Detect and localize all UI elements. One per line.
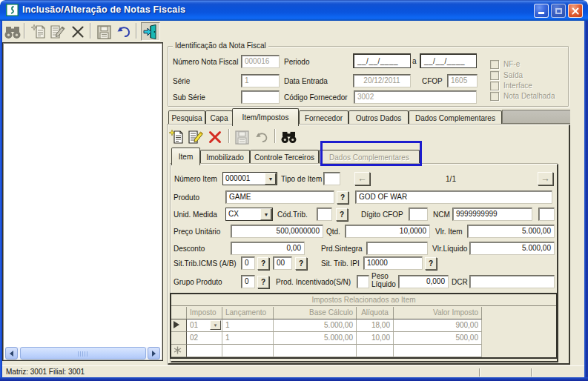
edit-button[interactable] (49, 23, 67, 41)
grid-cell-imposto[interactable]: 01 ▼ (187, 319, 222, 332)
scroll-left-button[interactable] (5, 347, 18, 360)
tab-pesquisa[interactable]: Pesquisa (168, 110, 205, 125)
produto-code-field[interactable]: GAME (225, 190, 334, 204)
new-button[interactable] (30, 23, 47, 41)
grid-cell-empty[interactable] (394, 345, 482, 357)
delete-button[interactable] (69, 23, 87, 41)
maximize-button[interactable] (551, 4, 566, 18)
nfe-checkbox[interactable] (490, 60, 499, 69)
find-button[interactable] (4, 23, 22, 41)
sit-icms-a-lookup-button[interactable]: ? (257, 257, 269, 270)
sit-icms-b-field[interactable]: 00 (273, 256, 292, 270)
grid-cell-aliquota[interactable]: 10,00 (357, 332, 394, 345)
save-button[interactable] (95, 23, 113, 41)
grid-cell-imposto[interactable]: 02 (187, 332, 222, 345)
data-entrada-field[interactable]: 20/12/2011 (353, 74, 411, 87)
nota-detalhada-label: Nota Detalhada (503, 92, 555, 100)
produto-desc-field[interactable]: GOD OF WAR (355, 190, 552, 204)
nota-detalhada-checkbox[interactable] (490, 92, 499, 101)
grupo-produto-field[interactable]: 0 (241, 275, 255, 288)
tab-capa[interactable]: Capa (205, 110, 233, 125)
minimize-button[interactable] (534, 4, 549, 18)
grid-cell-base-calculo[interactable]: 5.000,00 (274, 332, 357, 345)
grid-cell-aliquota[interactable]: 18,00 (357, 319, 394, 332)
codigo-fornecedor-field[interactable]: 3002 (354, 90, 477, 104)
item-delete-button[interactable] (207, 128, 223, 146)
grid-header-base-calculo[interactable]: Base Cálculo (274, 307, 357, 319)
cod-trib-field[interactable] (317, 208, 332, 221)
tab-outros-dados[interactable]: Outros Dados (348, 110, 409, 125)
grid-header-lancamento[interactable]: Lançamento (222, 307, 274, 319)
scrollbar-thumb[interactable] (20, 347, 146, 360)
sit-ipi-field[interactable]: 10000 (363, 256, 423, 270)
cfop-field[interactable]: 1605 (447, 74, 478, 87)
serie-field[interactable]: 1 (241, 74, 280, 87)
item-undo-button[interactable] (254, 128, 270, 146)
saida-checkbox[interactable] (490, 71, 499, 80)
grid-cell-empty[interactable] (274, 345, 357, 357)
grupo-produto-lookup-button[interactable]: ? (257, 276, 269, 288)
grid-row-selector[interactable] (171, 332, 187, 345)
numero-item-dropdown-button[interactable]: ▼ (265, 173, 277, 185)
item-edit-button[interactable] (187, 128, 205, 146)
grid-header-valor-imposto[interactable]: Valor Imposto (394, 307, 482, 319)
tab-imobilizado[interactable]: Imobilizado (200, 150, 250, 165)
periodo-to-field[interactable]: __/__/____ (420, 53, 477, 68)
grid-cell-empty[interactable] (187, 345, 222, 357)
ncm-field[interactable]: 9999999999 (452, 208, 532, 221)
sub-serie-field[interactable] (241, 90, 280, 104)
produto-lookup-button[interactable]: ? (337, 191, 348, 204)
grid-cell-lancamento[interactable]: 1 (222, 319, 274, 332)
desconto-field[interactable]: 0,00 (231, 242, 305, 255)
periodo-from-field[interactable]: __/__/____ (353, 53, 411, 68)
interface-checkbox[interactable] (490, 82, 499, 90)
digito-cfop-field[interactable] (409, 208, 428, 221)
unid-medida-dropdown-button[interactable]: ▼ (260, 208, 272, 220)
vlr-item-field[interactable]: 5.000,00 (467, 225, 555, 238)
cod-trib-lookup-button[interactable]: ? (336, 208, 348, 221)
tab-item[interactable]: Item (171, 148, 200, 165)
item-save-button[interactable] (234, 128, 250, 146)
grid-cell-valor-imposto[interactable]: 500,00 (394, 332, 482, 345)
grid-cell-base-calculo[interactable]: 5.000,00 (274, 319, 357, 332)
grid-cell-empty[interactable] (222, 345, 274, 357)
item-new-button[interactable] (168, 128, 185, 146)
prd-sintegra-field[interactable] (366, 242, 428, 255)
grid-header-aliquota[interactable]: Alíquota (357, 307, 394, 319)
grid-cell-valor-imposto[interactable]: 900,00 (394, 319, 482, 332)
tab-fornecedor[interactable]: Fornecedor (299, 110, 348, 125)
item-find-button[interactable] (280, 128, 297, 146)
tab-item-impostos[interactable]: Item/Impostos (232, 108, 299, 126)
grid-cell-lancamento[interactable]: 1 (222, 332, 274, 345)
dcr-field[interactable] (469, 275, 555, 288)
tipo-item-field[interactable] (323, 172, 340, 185)
imposto-dropdown-button[interactable]: ▼ (210, 320, 221, 330)
peso-liquido-field[interactable]: 0,000 (398, 275, 449, 288)
exit-button[interactable] (141, 22, 160, 41)
sit-icms-a-field[interactable]: 0 (241, 256, 255, 270)
previous-item-button[interactable]: ← (354, 172, 370, 185)
numero-nota-fiscal-field[interactable]: 000016 (241, 55, 280, 68)
scroll-right-button[interactable] (148, 347, 160, 360)
tab-controle-terceiros[interactable]: Controle Terceiros (250, 150, 319, 165)
ncm-extra-field[interactable] (538, 208, 555, 221)
title-bar[interactable]: Inclusão/Alteração de Notas Fiscais (0, 0, 588, 21)
preco-unitario-field[interactable]: 500,0000000 (231, 225, 323, 238)
sit-ipi-lookup-button[interactable]: ? (425, 257, 437, 270)
numero-item-combo[interactable]: 000001 ▼ (222, 172, 277, 185)
next-item-button[interactable]: → (538, 172, 553, 185)
grid-new-row-selector[interactable] (171, 345, 187, 357)
grid-cell-empty[interactable] (357, 345, 394, 357)
sit-icms-b-lookup-button[interactable]: ? (295, 257, 307, 270)
tab-dados-complementares[interactable]: Dados Complementares (409, 110, 502, 125)
grid-header-imposto[interactable]: Imposto (187, 307, 222, 319)
vlr-liquido-field[interactable]: 5.000,00 (469, 242, 555, 255)
grid-row-selector-current[interactable] (171, 319, 187, 332)
records-list[interactable] (2, 42, 163, 361)
horizontal-scrollbar[interactable] (5, 347, 160, 360)
close-button[interactable] (568, 4, 583, 18)
qtd-field[interactable]: 10,0000 (345, 225, 430, 238)
prod-incentivado-field[interactable] (357, 275, 369, 288)
undo-button[interactable] (115, 23, 133, 41)
unid-medida-combo[interactable]: CX ▼ (225, 208, 273, 221)
